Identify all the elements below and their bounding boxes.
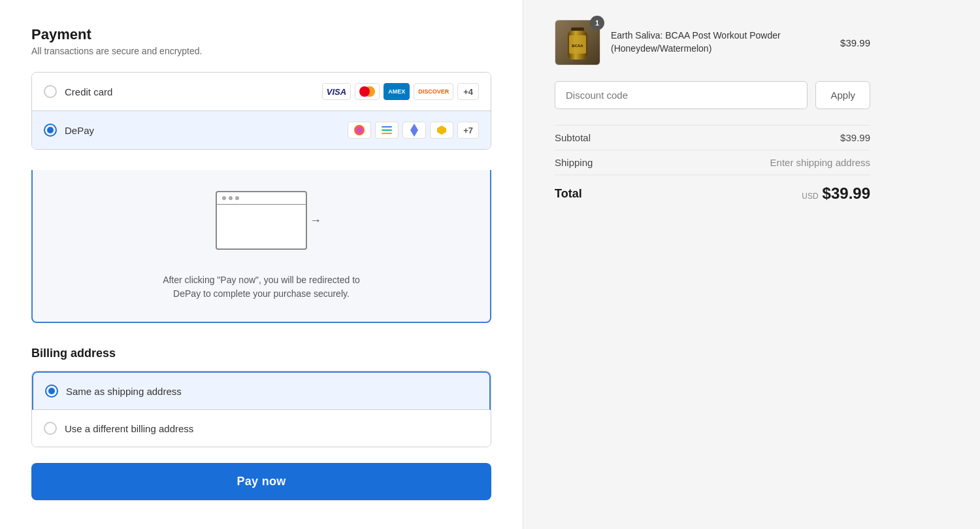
billing-option-same[interactable]: Same as shipping address [32, 371, 491, 410]
billing-options: Same as shipping address Use a different… [31, 371, 491, 447]
right-panel: BCAA 1 Earth Saliva: BCAA Post Workout P… [523, 0, 902, 529]
left-panel: Payment All transactions are secure and … [0, 0, 523, 529]
depay-icon-2 [375, 122, 399, 139]
depay-label: DePay [65, 125, 348, 136]
product-name: Earth Saliva: BCAA Post Workout Powder (… [611, 30, 781, 54]
payment-title: Payment [31, 26, 491, 43]
credit-card-icons: VISA AMEX DISCOVER +4 [322, 83, 479, 100]
depay-icons: +7 [348, 122, 479, 139]
product-price: $39.99 [840, 37, 870, 48]
shipping-label: Shipping [555, 157, 593, 168]
depay-redirect-info: → After clicking "Pay now", you will be … [31, 170, 491, 323]
radio-credit-card[interactable] [44, 85, 57, 98]
discount-row: Apply [555, 81, 870, 109]
redirect-text: After clicking "Pay now", you will be re… [46, 273, 477, 301]
apply-discount-button[interactable]: Apply [815, 81, 870, 109]
visa-icon: VISA [322, 83, 351, 100]
payment-subtitle: All transactions are secure and encrypte… [31, 46, 491, 56]
subtotal-value: $39.99 [840, 132, 870, 143]
shipping-line: Shipping Enter shipping address [555, 150, 870, 175]
product-quantity-badge: 1 [590, 16, 604, 30]
depay-icon-4 [430, 122, 453, 139]
payment-options: Credit card VISA AMEX DISCOVER +4 DePay [31, 72, 491, 150]
same-shipping-label: Same as shipping address [66, 386, 182, 397]
product-row: BCAA 1 Earth Saliva: BCAA Post Workout P… [555, 20, 870, 65]
svg-marker-4 [410, 124, 418, 137]
product-image-wrap: BCAA 1 [555, 20, 600, 65]
svg-text:BCAA: BCAA [572, 44, 583, 48]
amex-icon: AMEX [384, 83, 410, 100]
credit-card-label: Credit card [65, 86, 322, 97]
total-line: Total USD $39.99 [555, 175, 870, 212]
subtotal-label: Subtotal [555, 132, 591, 143]
shipping-value: Enter shipping address [770, 157, 870, 168]
pay-now-button[interactable]: Pay now [31, 463, 491, 500]
payment-option-credit-card[interactable]: Credit card VISA AMEX DISCOVER +4 [32, 73, 491, 111]
radio-different-billing[interactable] [44, 422, 57, 435]
mastercard-icon [355, 83, 380, 100]
discount-code-input[interactable] [555, 81, 808, 109]
subtotal-line: Subtotal $39.99 [555, 125, 870, 150]
depay-icon-3 [402, 122, 426, 139]
product-info: Earth Saliva: BCAA Post Workout Powder (… [611, 29, 830, 55]
product-bottle-svg: BCAA [561, 22, 594, 63]
browser-window-icon: → [216, 191, 307, 250]
billing-option-different[interactable]: Use a different billing address [32, 410, 491, 447]
discover-icon: DISCOVER [414, 83, 453, 100]
radio-same-shipping[interactable] [45, 384, 58, 398]
more-cards-icon: +4 [457, 83, 479, 100]
browser-arrow-icon: → [310, 214, 321, 228]
total-value-wrap: USD $39.99 [802, 184, 870, 203]
total-label: Total [555, 187, 582, 201]
radio-depay[interactable] [44, 124, 57, 137]
different-billing-label: Use a different billing address [65, 423, 193, 434]
billing-title: Billing address [31, 347, 491, 360]
svg-marker-5 [437, 126, 446, 135]
total-currency: USD [802, 192, 818, 201]
depay-icon-1 [348, 122, 371, 139]
depay-more-icon: +7 [457, 122, 479, 139]
payment-option-depay[interactable]: DePay [32, 111, 491, 149]
svg-point-0 [354, 125, 365, 135]
total-value: $39.99 [823, 184, 870, 203]
